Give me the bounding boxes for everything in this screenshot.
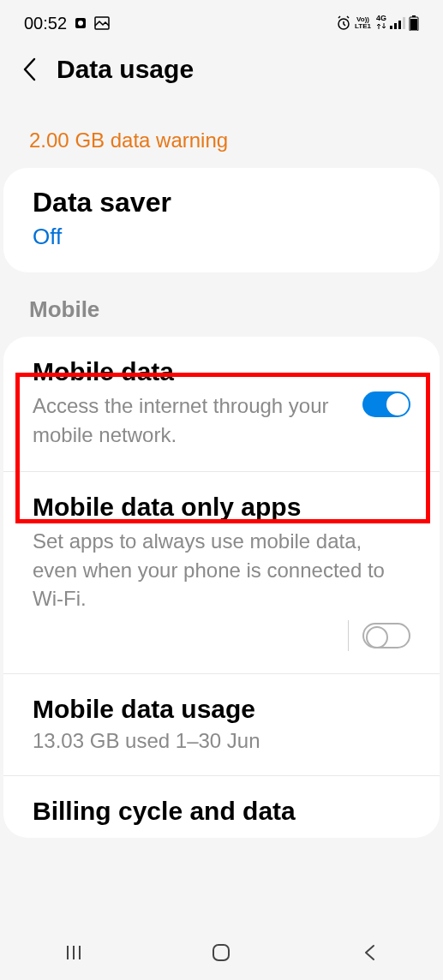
status-right: Vo)) LTE1 4G	[336, 15, 419, 32]
back-nav-button[interactable]	[357, 941, 381, 965]
data-warning[interactable]: 2.00 GB data warning	[0, 101, 443, 168]
image-icon	[94, 16, 110, 30]
status-bar: 00:52 Vo)) LTE1 4G	[0, 0, 443, 43]
mobile-data-only-apps-toggle-container	[348, 620, 410, 651]
mobile-data-only-apps-desc: Set apps to always use mobile data, even…	[33, 527, 410, 613]
status-left: 00:52	[24, 14, 110, 33]
mobile-data-title: Mobile data	[33, 357, 410, 386]
battery-icon	[409, 15, 419, 31]
toggle-divider	[348, 620, 349, 651]
mobile-data-toggle[interactable]	[362, 391, 410, 417]
alarm-icon	[336, 15, 351, 31]
svg-rect-6	[398, 21, 401, 29]
mobile-data-only-apps-item[interactable]: Mobile data only apps Set apps to always…	[3, 472, 440, 674]
svg-rect-4	[390, 26, 392, 29]
mobile-section-label: Mobile	[0, 272, 443, 337]
data-arrows-icon	[377, 22, 386, 32]
navigation-bar	[0, 925, 443, 980]
billing-cycle-title: Billing cycle and data	[33, 797, 410, 826]
mobile-data-usage-title: Mobile data usage	[33, 695, 410, 724]
mobile-data-usage-sub: 13.03 GB used 1–30 Jun	[33, 729, 410, 753]
mobile-data-only-apps-toggle[interactable]	[362, 623, 410, 648]
recent-apps-button[interactable]	[62, 941, 86, 965]
mobile-data-desc: Access the internet through your mobile …	[33, 391, 410, 449]
status-time: 00:52	[24, 14, 67, 33]
billing-cycle-item[interactable]: Billing cycle and data	[3, 776, 440, 826]
lock-icon	[74, 16, 87, 30]
data-saver-title: Data saver	[33, 187, 410, 218]
header: Data usage	[0, 43, 443, 101]
mobile-data-usage-item[interactable]: Mobile data usage 13.03 GB used 1–30 Jun	[3, 674, 440, 776]
volte-indicator: Vo)) LTE1	[355, 16, 371, 30]
data-saver-status: Off	[33, 224, 410, 250]
svg-rect-10	[410, 19, 417, 30]
svg-rect-7	[403, 17, 405, 29]
svg-rect-5	[394, 23, 397, 29]
svg-point-1	[78, 21, 83, 26]
mobile-data-only-apps-title: Mobile data only apps	[33, 493, 410, 522]
mobile-card: Mobile data Access the internet through …	[3, 337, 440, 838]
mobile-data-item[interactable]: Mobile data Access the internet through …	[3, 337, 440, 472]
back-button[interactable]	[17, 57, 41, 81]
page-title: Data usage	[57, 55, 194, 84]
content-area: Data usage 2.00 GB data warning Data sav…	[0, 43, 443, 925]
home-button[interactable]	[209, 941, 233, 965]
signal-icon	[390, 17, 405, 29]
network-indicator: 4G	[376, 15, 386, 32]
svg-rect-14	[213, 945, 229, 960]
data-saver-card[interactable]: Data saver Off	[3, 168, 440, 272]
